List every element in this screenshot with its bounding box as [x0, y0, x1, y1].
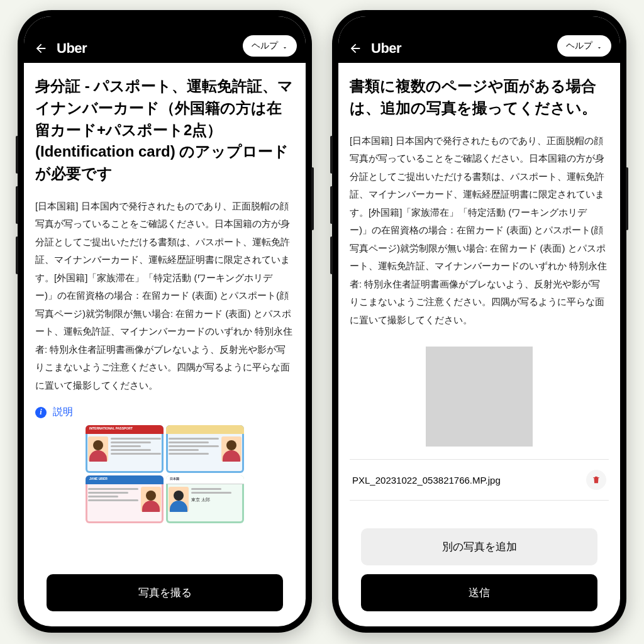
sample-photo: [88, 436, 108, 462]
sample-jp-header: 日本国: [166, 475, 244, 484]
chevron-down-icon: [596, 43, 602, 49]
page-title: 書類に複数のページや面がある場合は、追加の写真を撮ってください。: [350, 75, 609, 119]
sample-id-grid: INTERNATIONAL PASSPORT JANE UBER: [83, 423, 247, 526]
sample-jp-name: 東京 太郎: [191, 497, 242, 503]
phone-frame-right: Uber ヘルプ 書類に複数のページや面がある場合は、追加の写真を撮ってください…: [332, 10, 626, 633]
page-title: 身分証 - パスポート、運転免許証、マイナンバーカード（外国籍の方は在留カード+…: [35, 75, 294, 185]
screen-left: Uber ヘルプ 身分証 - パスポート、運転免許証、マイナンバーカード（外国籍…: [24, 16, 306, 626]
notch: [441, 25, 517, 44]
sample-license-en: JANE UBER: [86, 475, 164, 523]
sample-license-jp: [166, 425, 244, 473]
sample-photo: [169, 487, 189, 512]
sample-photo: [141, 487, 161, 512]
bottom-bar: 写真を撮る: [35, 565, 294, 626]
delete-file-button[interactable]: [586, 470, 606, 490]
sample-jp-passport: 日本国 東京 太郎: [166, 475, 244, 523]
content-area: 身分証 - パスポート、運転免許証、マイナンバーカード（外国籍の方は在留カード+…: [24, 63, 306, 626]
help-label: ヘルプ: [566, 40, 592, 52]
back-button[interactable]: [33, 40, 49, 57]
file-row: PXL_20231022_053821766.MP.jpg: [350, 459, 609, 501]
help-label: ヘルプ: [252, 40, 278, 52]
chevron-down-icon: [282, 43, 288, 49]
info-icon: i: [35, 407, 47, 418]
upload-preview: [426, 347, 533, 447]
sample-passport: INTERNATIONAL PASSPORT: [86, 425, 164, 473]
instruction-text: [日本国籍] 日本国内で発行されたものであり、正面脱帽の顔写真が写っていることを…: [350, 132, 609, 330]
content-area: 書類に複数のページや面がある場合は、追加の写真を撮ってください。 [日本国籍] …: [338, 63, 620, 626]
notch: [127, 25, 203, 44]
file-name: PXL_20231022_053821766.MP.jpg: [352, 475, 501, 486]
help-button[interactable]: ヘルプ: [243, 35, 297, 57]
instruction-text: [日本国籍] 日本国内で発行されたものであり、正面脱帽の顔写真が写っていることを…: [35, 197, 294, 395]
trash-icon: [592, 475, 601, 484]
sample-passport-header: INTERNATIONAL PASSPORT: [86, 425, 164, 434]
submit-button[interactable]: 送信: [361, 574, 597, 611]
screen-right: Uber ヘルプ 書類に複数のページや面がある場合は、追加の写真を撮ってください…: [338, 16, 620, 626]
info-link[interactable]: i 説明: [35, 406, 294, 419]
sample-photo: [221, 436, 242, 462]
info-label: 説明: [53, 406, 73, 419]
add-photo-button[interactable]: 別の写真を追加: [361, 528, 597, 565]
phone-frame-left: Uber ヘルプ 身分証 - パスポート、運転免許証、マイナンバーカード（外国籍…: [18, 10, 312, 633]
back-button[interactable]: [347, 40, 364, 57]
help-button[interactable]: ヘルプ: [557, 35, 611, 57]
take-photo-button[interactable]: 写真を撮る: [47, 574, 283, 611]
bottom-bar: 別の写真を追加 送信: [350, 519, 609, 626]
sample-license-name: JANE UBER: [86, 475, 164, 484]
